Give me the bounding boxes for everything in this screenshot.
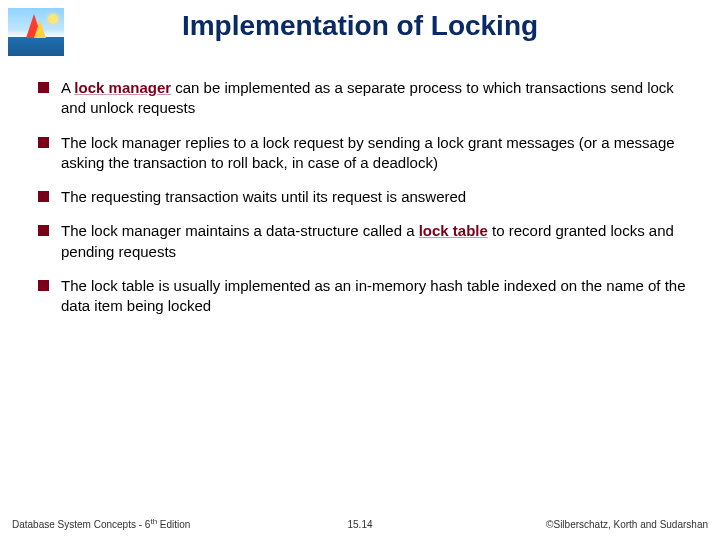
footer-page-number: 15.14 — [347, 519, 372, 530]
footer: Database System Concepts - 6th Edition 1… — [12, 517, 708, 530]
footer-copyright: ©Silberschatz, Korth and Sudarshan — [546, 519, 708, 530]
bullet-icon — [38, 280, 49, 291]
list-item: A lock manager can be implemented as a s… — [38, 78, 690, 119]
list-item: The lock manager maintains a data-struct… — [38, 221, 690, 262]
term-lock-table: lock table — [419, 222, 488, 239]
list-item: The lock table is usually implemented as… — [38, 276, 690, 317]
bullet-text: A lock manager can be implemented as a s… — [61, 78, 690, 119]
slide: Implementation of Locking A lock manager… — [0, 0, 720, 540]
list-item: The requesting transaction waits until i… — [38, 187, 690, 207]
bullet-list: A lock manager can be implemented as a s… — [38, 78, 690, 330]
bullet-icon — [38, 225, 49, 236]
footer-left: Database System Concepts - 6th Edition — [12, 517, 190, 530]
bullet-icon — [38, 137, 49, 148]
bullet-icon — [38, 82, 49, 93]
list-item: The lock manager replies to a lock reque… — [38, 133, 690, 174]
bullet-text: The lock manager maintains a data-struct… — [61, 221, 690, 262]
bullet-text: The lock manager replies to a lock reque… — [61, 133, 690, 174]
bullet-icon — [38, 191, 49, 202]
term-lock-manager: lock manager — [74, 79, 171, 96]
bullet-text: The requesting transaction waits until i… — [61, 187, 466, 207]
slide-title: Implementation of Locking — [0, 10, 720, 42]
bullet-text: The lock table is usually implemented as… — [61, 276, 690, 317]
